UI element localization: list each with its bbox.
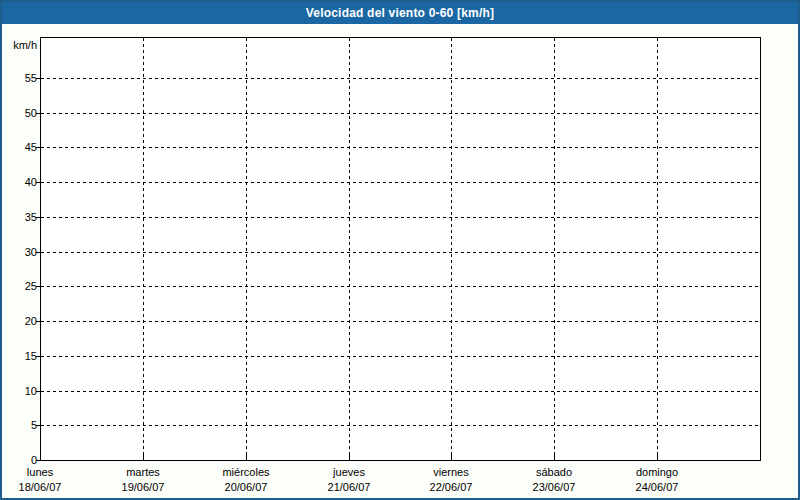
x-axis-tick	[657, 454, 658, 460]
x-day-label: martes	[88, 466, 198, 479]
chart-title-bar: Velocidad del viento 0-60 [km/h]	[2, 2, 798, 24]
x-date-label: 21/06/07	[294, 481, 404, 494]
x-axis-tick	[554, 454, 555, 460]
y-tick-label: 15	[2, 349, 37, 363]
horizontal-gridline	[41, 78, 759, 79]
x-axis-tick	[246, 454, 247, 460]
y-axis-unit-label: km/h	[2, 39, 37, 51]
y-tick-label: 20	[2, 314, 37, 328]
y-tick-label: 55	[2, 71, 37, 85]
y-tick-label: 40	[2, 175, 37, 189]
x-day-label: miércoles	[191, 466, 301, 479]
y-tick-label: 25	[2, 279, 37, 293]
x-axis-tick	[349, 454, 350, 460]
plot-area	[40, 37, 761, 461]
vertical-gridline	[554, 38, 555, 459]
wind-chart-window: Velocidad del viento 0-60 [km/h] km/h 05…	[0, 0, 800, 500]
x-day-label: jueves	[294, 466, 404, 479]
x-day-label: sábado	[499, 466, 609, 479]
x-day-label: lunes	[0, 466, 95, 479]
horizontal-gridline	[41, 286, 759, 287]
horizontal-gridline	[41, 356, 759, 357]
y-tick-label: 35	[2, 210, 37, 224]
vertical-gridline	[246, 38, 247, 459]
x-date-label: 19/06/07	[88, 481, 198, 494]
y-tick-label: 45	[2, 140, 37, 154]
x-date-label: 24/06/07	[602, 481, 712, 494]
x-date-label: 20/06/07	[191, 481, 301, 494]
horizontal-gridline	[41, 391, 759, 392]
horizontal-gridline	[41, 217, 759, 218]
chart-title: Velocidad del viento 0-60 [km/h]	[306, 6, 494, 20]
horizontal-gridline	[41, 182, 759, 183]
y-tick-label: 5	[2, 418, 37, 432]
x-date-label: 18/06/07	[0, 481, 95, 494]
y-tick-label: 30	[2, 245, 37, 259]
x-axis-tick	[451, 454, 452, 460]
horizontal-gridline	[41, 147, 759, 148]
x-axis-tick	[143, 454, 144, 460]
horizontal-gridline	[41, 113, 759, 114]
y-tick-label: 10	[2, 384, 37, 398]
x-date-label: 22/06/07	[396, 481, 506, 494]
x-day-label: domingo	[602, 466, 712, 479]
vertical-gridline	[349, 38, 350, 459]
vertical-gridline	[143, 38, 144, 459]
y-tick-label: 0	[2, 453, 37, 467]
x-date-label: 23/06/07	[499, 481, 609, 494]
x-day-label: viernes	[396, 466, 506, 479]
horizontal-gridline	[41, 321, 759, 322]
y-tick-label: 50	[2, 106, 37, 120]
horizontal-gridline	[41, 252, 759, 253]
vertical-gridline	[657, 38, 658, 459]
vertical-gridline	[451, 38, 452, 459]
horizontal-gridline	[41, 425, 759, 426]
